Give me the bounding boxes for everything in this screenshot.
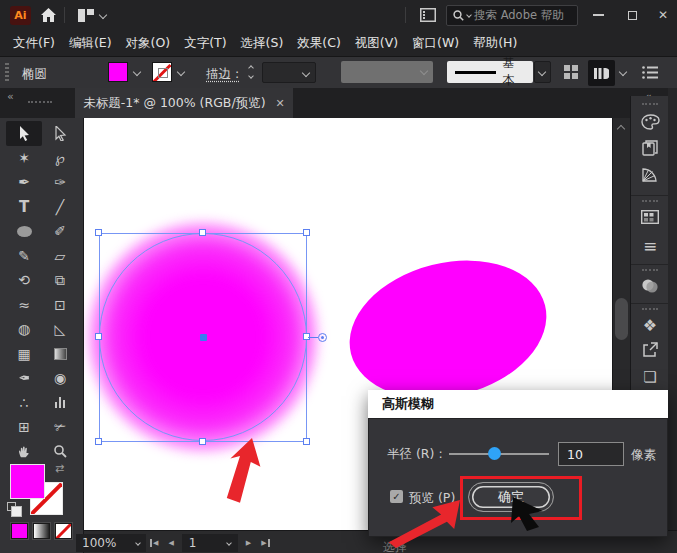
menu-help[interactable]: 帮助(H) <box>473 35 517 52</box>
lasso-tool[interactable]: ℘ <box>42 146 78 171</box>
menu-edit[interactable]: 编辑(E) <box>69 35 112 52</box>
arrange-documents-icon[interactable] <box>420 8 436 22</box>
panel-grip[interactable] <box>642 269 658 272</box>
stroke-weight-label[interactable]: 描边 : <box>206 66 239 83</box>
artboards-panel-icon[interactable] <box>631 210 669 224</box>
line-segment-tool[interactable]: ╱ <box>42 195 78 220</box>
transparency-panel-icon[interactable] <box>631 278 669 294</box>
swatches-panel-icon[interactable] <box>631 140 669 156</box>
stroke-chevron-icon[interactable] <box>177 68 185 76</box>
width-tool[interactable]: ≈ <box>6 293 42 318</box>
fill-chevron-icon[interactable] <box>133 68 141 76</box>
scroll-up-icon[interactable] <box>617 125 625 133</box>
panel-grip[interactable] <box>642 200 658 203</box>
workspace-switcher-icon[interactable] <box>78 9 94 22</box>
color-mode-button[interactable] <box>11 523 28 539</box>
fill-indicator[interactable] <box>10 464 45 499</box>
eyedropper-tool[interactable]: ✒ <box>6 366 42 391</box>
last-artboard-icon[interactable]: ▶ <box>261 539 269 547</box>
layers-panel-icon[interactable]: ❖ <box>631 316 669 335</box>
curvature-tool[interactable]: ✑ <box>42 170 78 195</box>
scale-tool[interactable]: ⧉ <box>42 268 78 293</box>
radius-input[interactable] <box>558 442 624 466</box>
pencil-tool[interactable]: ✎ <box>6 244 42 269</box>
dialog-title[interactable]: 高斯模糊 <box>368 390 668 418</box>
minimize-button[interactable] <box>584 5 612 25</box>
pen-tool[interactable]: ✒ <box>6 170 42 195</box>
panel-menu-icon[interactable] <box>642 66 658 79</box>
handle-bottom-center[interactable] <box>199 438 206 445</box>
perspective-grid-tool[interactable]: ◺ <box>42 317 78 342</box>
direct-selection-tool[interactable] <box>42 121 78 146</box>
stroke-style-dropdown[interactable]: 基本 <box>447 61 533 83</box>
magic-wand-tool[interactable]: ✶ <box>6 146 42 171</box>
rotate-tool[interactable]: ⟲ <box>6 268 42 293</box>
free-transform-tool[interactable]: ⊡ <box>42 293 78 318</box>
help-search-input[interactable]: 搜索 Adobe 帮助 <box>446 5 578 26</box>
gradient-mode-button[interactable] <box>33 523 50 539</box>
align-panel-button[interactable] <box>588 60 615 86</box>
symbol-sprayer-tool[interactable]: ∴ <box>6 391 42 416</box>
default-fill-stroke-icon[interactable] <box>7 502 16 511</box>
menu-type[interactable]: 文字(T) <box>184 35 226 52</box>
left-panel-grip[interactable] <box>28 101 52 104</box>
selection-center-point[interactable] <box>200 334 207 341</box>
menu-object[interactable]: 对象(O) <box>126 35 171 52</box>
handle-top-right[interactable] <box>303 229 310 236</box>
close-button[interactable]: ✕ <box>649 5 677 25</box>
left-panel-collapse-icon[interactable]: « <box>7 90 13 103</box>
ellipse-tool[interactable] <box>6 219 42 244</box>
handle-bottom-left[interactable] <box>95 438 102 445</box>
radius-slider-thumb[interactable] <box>488 447 501 460</box>
maximize-button[interactable] <box>618 5 646 25</box>
menu-select[interactable]: 选择(S) <box>241 35 284 52</box>
rotate-widget-icon[interactable] <box>318 333 327 342</box>
panel-grip[interactable] <box>642 308 658 311</box>
none-mode-button[interactable] <box>55 523 72 539</box>
export-panel-icon[interactable] <box>631 342 669 357</box>
slice-tool[interactable]: ✃ <box>42 415 78 440</box>
stroke-weight-down-icon[interactable] <box>248 73 254 79</box>
artboard-tool[interactable]: ⊞ <box>6 415 42 440</box>
document-tab[interactable]: 未标题-1* @ 100% (RGB/预览) ✕ <box>75 88 293 118</box>
menu-effect[interactable]: 效果(C) <box>297 35 340 52</box>
scrollbar-thumb[interactable] <box>615 298 628 340</box>
stroke-weight-up-icon[interactable] <box>248 65 254 71</box>
hand-tool[interactable] <box>6 440 42 465</box>
shape-builder-tool[interactable]: ◍ <box>6 317 42 342</box>
first-artboard-icon[interactable]: ◀ <box>150 539 158 547</box>
color-guide-panel-icon[interactable] <box>631 166 669 182</box>
menu-view[interactable]: 视图(V) <box>355 35 398 52</box>
align-chevron-icon[interactable] <box>619 68 627 76</box>
controlbar-grip[interactable] <box>5 63 9 83</box>
asset-export-panel-icon[interactable]: ❏ <box>631 368 669 386</box>
blend-tool[interactable]: ◉ <box>42 366 78 391</box>
selection-tool[interactable] <box>6 121 42 146</box>
zoom-level-dropdown[interactable]: 100% <box>76 534 146 552</box>
gradient-tool[interactable] <box>42 342 78 367</box>
handle-top-center[interactable] <box>199 229 206 236</box>
next-artboard-icon[interactable]: ▶ <box>246 540 251 547</box>
eraser-tool[interactable]: ▱ <box>42 244 78 269</box>
zoom-tool[interactable] <box>42 440 78 465</box>
tab-close-icon[interactable]: ✕ <box>276 97 285 110</box>
handle-top-left[interactable] <box>95 229 102 236</box>
menu-window[interactable]: 窗口(W) <box>412 35 459 52</box>
fill-color-swatch[interactable] <box>108 62 128 82</box>
column-graph-tool[interactable] <box>42 391 78 416</box>
properties-panel-icon[interactable]: ≡ <box>631 236 669 256</box>
stroke-weight-dropdown[interactable] <box>262 62 316 83</box>
menu-file[interactable]: 文件(F) <box>13 35 55 52</box>
stroke-style-chevron-button[interactable] <box>534 61 551 83</box>
handle-middle-left[interactable] <box>95 333 102 340</box>
type-tool[interactable]: T <box>6 195 42 220</box>
panel-grip[interactable] <box>642 103 658 106</box>
handle-bottom-right[interactable] <box>303 438 310 445</box>
mesh-tool[interactable]: ▦ <box>6 342 42 367</box>
swap-fill-stroke-icon[interactable]: ⇄ <box>55 462 64 475</box>
artboard-dropdown[interactable]: 1 <box>182 534 238 552</box>
document-setup-icon[interactable] <box>564 65 578 79</box>
workspace-chevron-icon[interactable] <box>99 11 107 19</box>
color-panel-icon[interactable] <box>631 114 669 130</box>
stroke-color-swatch[interactable] <box>152 62 172 82</box>
